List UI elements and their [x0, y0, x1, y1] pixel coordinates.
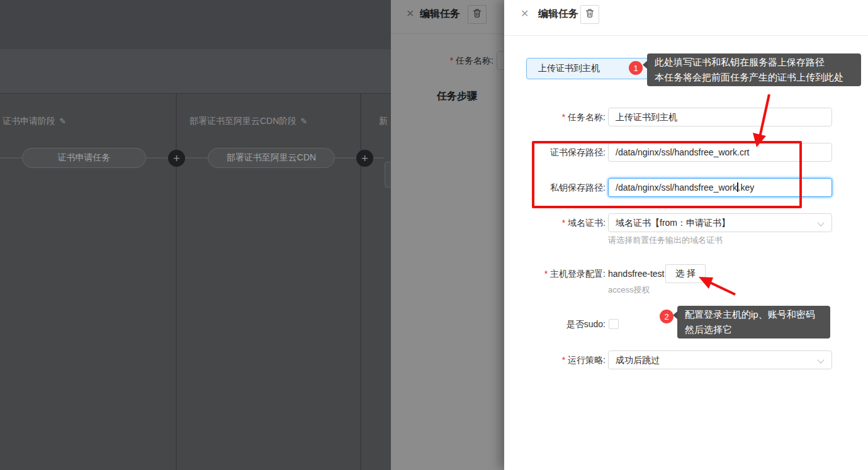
- cert-path-input[interactable]: /data/nginx/ssl/handsfree_work.crt: [608, 143, 832, 162]
- task-connector: [335, 157, 357, 159]
- task-name-label: *任务名称:: [562, 108, 606, 126]
- task-pill-cert-apply[interactable]: 证书申请任务: [22, 148, 146, 168]
- required-mark: *: [562, 218, 565, 228]
- annotation-badge-1: 1: [629, 61, 643, 75]
- trash-icon: [585, 8, 595, 21]
- key-path-input[interactable]: /data/nginx/ssl/handsfree_work.key: [608, 178, 832, 197]
- cert-path-label: 证书保存路径:: [550, 143, 606, 162]
- task-connector: [373, 157, 385, 159]
- stage-title-deploy-cdn: 部署证书至阿里云CDN阶段✎: [189, 116, 307, 127]
- domain-cert-label: *域名证书:: [562, 213, 606, 232]
- workflow-canvas: 证书申请阶段✎ 部署证书至阿里云CDN阶段✎ 新 证书申请任务 部署证书至阿里云…: [0, 0, 391, 470]
- tooltip-arrow-left-icon: [643, 60, 648, 69]
- sudo-label: 是否sudo:: [566, 315, 606, 333]
- required-mark: *: [544, 269, 548, 279]
- edit-task-drawer: ✕ 编辑任务 上传证书到主机 *任务名称: 上传证书到主机 证书保存路径: /d…: [504, 0, 868, 470]
- domain-cert-help: 请选择前置任务输出的域名证书: [608, 235, 723, 246]
- close-icon[interactable]: ✕: [521, 9, 529, 19]
- header-divider: [504, 35, 868, 36]
- add-task-button[interactable]: +: [168, 150, 185, 167]
- tooltip-arrow-left-icon: [673, 311, 678, 320]
- edit-pencil-icon[interactable]: ✎: [300, 116, 307, 126]
- task-name-input[interactable]: 上传证书到主机: [608, 108, 832, 126]
- chevron-down-icon: [817, 356, 824, 363]
- annotation-tooltip-2: 配置登录主机的ip、账号和密码 然后选择它: [677, 306, 830, 339]
- required-mark: *: [562, 355, 565, 365]
- required-mark: *: [562, 112, 565, 122]
- add-task-button[interactable]: +: [356, 150, 373, 167]
- stage-title-cert-apply: 证书申请阶段✎: [3, 116, 66, 127]
- page-toolbar-band: [0, 49, 391, 94]
- drawer-title: 编辑任务: [538, 7, 578, 21]
- task-card-partial: [385, 162, 391, 187]
- task-connector: [146, 157, 169, 159]
- task-pill-deploy-cdn[interactable]: 部署证书至阿里云CDN: [208, 148, 335, 168]
- drawer-mask: [391, 0, 504, 470]
- domain-cert-select[interactable]: 域名证书【from：申请证书】: [608, 213, 832, 232]
- host-login-help: access授权: [608, 284, 650, 296]
- page-top-band: [0, 0, 391, 49]
- host-login-value: handsfree-test: [608, 264, 665, 283]
- host-login-select-button[interactable]: 选 择: [665, 264, 706, 283]
- stage-title-new: 新: [379, 116, 388, 127]
- annotation-tooltip-1: 此处填写证书和私钥在服务器上保存路径 本任务将会把前面任务产生的证书上传到此处: [647, 53, 861, 86]
- edit-pencil-icon[interactable]: ✎: [59, 116, 66, 126]
- run-policy-label: *运行策略:: [562, 350, 606, 369]
- task-connector: [0, 157, 22, 159]
- key-path-label: 私钥保存路径:: [550, 178, 606, 197]
- delete-task-button[interactable]: [580, 5, 599, 24]
- host-login-label: *主机登录配置:: [544, 264, 606, 283]
- run-policy-select[interactable]: 成功后跳过: [608, 350, 832, 369]
- annotation-badge-2: 2: [660, 310, 674, 323]
- task-connector: [185, 157, 208, 159]
- sudo-checkbox[interactable]: [609, 319, 619, 329]
- edit-task-drawer-behind: ✕ 编辑任务 *任务名称: 新 任务步骤: [391, 0, 504, 470]
- chevron-down-icon: [817, 219, 824, 226]
